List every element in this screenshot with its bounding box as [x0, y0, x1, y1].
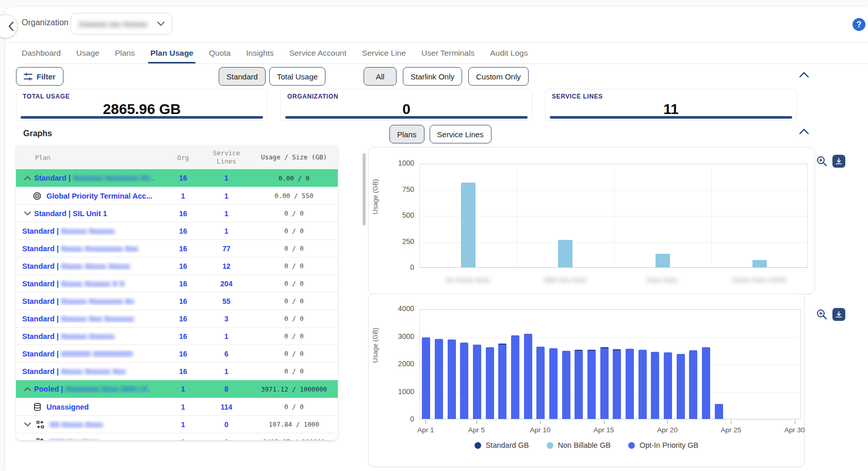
collapse-filters-icon[interactable] — [799, 70, 809, 79]
daily-bar[interactable] — [486, 347, 494, 419]
collapse-row-icon[interactable] — [21, 387, 34, 391]
org-count[interactable]: 1 — [163, 420, 203, 429]
daily-bar[interactable] — [715, 404, 723, 419]
plan-name-link[interactable]: Xxxxxx Xxxxxx — [61, 227, 114, 235]
daily-bar[interactable] — [587, 350, 596, 419]
tab-quota[interactable]: Quota — [209, 43, 231, 63]
org-count[interactable]: 1 — [163, 403, 203, 411]
service-lines-count[interactable]: 114 — [203, 403, 250, 411]
daily-bar[interactable] — [600, 347, 609, 419]
plan-name-link[interactable]: Global Priority Terminal Acc... — [46, 192, 152, 200]
daily-bar[interactable] — [536, 347, 545, 419]
service-lines-count[interactable]: 3 — [203, 315, 250, 323]
table-row[interactable]: Standard | Xxxxx Xxxxxx Xxx1610 / 0 — [16, 363, 338, 380]
tab-service-account[interactable]: Service Account — [289, 43, 347, 63]
toggle-starlink-only[interactable]: Starlink Only — [403, 67, 462, 86]
daily-bar[interactable] — [511, 335, 519, 419]
org-count[interactable]: 16 — [163, 350, 203, 358]
expand-row-icon[interactable] — [21, 440, 34, 441]
service-lines-count[interactable]: 0 — [203, 438, 250, 441]
tab-plans[interactable]: Plans — [115, 43, 135, 63]
plan-bar[interactable] — [656, 254, 670, 267]
daily-bar[interactable] — [549, 348, 558, 419]
daily-bar[interactable] — [689, 350, 697, 419]
daily-bar[interactable] — [613, 349, 621, 419]
org-count[interactable]: 16 — [163, 262, 203, 270]
tab-audit-logs[interactable]: Audit Logs — [490, 43, 528, 63]
plan-name-link[interactable]: Xxxxxx Xxxxxxxx Xx — [61, 297, 134, 305]
org-count[interactable]: 16 — [163, 245, 203, 253]
service-lines-count[interactable]: 55 — [203, 297, 250, 305]
daily-bar[interactable] — [562, 351, 570, 419]
daily-bar[interactable] — [651, 352, 659, 419]
org-count[interactable]: 16 — [163, 332, 203, 340]
tab-usage[interactable]: Usage — [76, 43, 100, 63]
plan-name-link[interactable]: Xxxxx Xxxxxx X X — [61, 280, 124, 288]
toggle-total-usage[interactable]: Total Usage — [269, 67, 325, 86]
service-lines-count[interactable]: 6 — [203, 350, 250, 358]
plan-name-link[interactable]: XXX Xxx Xxxx — [50, 438, 100, 441]
plan-name-link[interactable]: Unassigned — [46, 403, 89, 411]
table-row[interactable]: Pooled | Xxxxxxxx Xxxx XXX | X.183971.12… — [16, 380, 338, 398]
org-count[interactable]: 1 — [163, 438, 203, 441]
service-lines-count[interactable]: 8 — [203, 385, 250, 393]
daily-bar[interactable] — [448, 339, 456, 419]
org-count[interactable]: 16 — [163, 367, 203, 376]
tab-dashboard[interactable]: Dashboard — [22, 43, 61, 63]
daily-bar[interactable] — [626, 349, 634, 419]
plan-name-link[interactable]: Xxxxxx Xxx Xxxxxxx — [61, 315, 134, 323]
plan-name-link[interactable]: Xxxxxxx Xxxxxxxx Xx — [73, 174, 150, 182]
plan-name-link[interactable]: Xxxxxxxx Xxxx XXX | X — [65, 385, 147, 393]
daily-bar[interactable] — [575, 350, 583, 419]
table-row[interactable]: Standard | Xxxxxx Xxxxxxxx Xx16550 / 0 — [16, 293, 338, 310]
table-row[interactable]: XX Xxxxx Xxxx10107.84 / 1000 — [16, 416, 338, 433]
plan-bar[interactable] — [461, 183, 476, 267]
table-row[interactable]: Standard | XXXXXX XXXXXXXX1660 / 0 — [16, 345, 338, 363]
service-lines-count[interactable]: 1 — [203, 174, 250, 182]
plan-name-link[interactable]: XXXXXX XXXXXXXX — [61, 350, 133, 358]
service-lines-count[interactable]: 12 — [203, 262, 250, 270]
org-count[interactable]: 16 — [163, 209, 203, 218]
service-lines-count[interactable]: 0 — [203, 420, 250, 429]
organization-select[interactable]: Xxxxxxx xxx Xxxxxx — [71, 13, 172, 35]
table-row[interactable]: Standard | Xxxxx Xxxxx Xxxxx16120 / 0 — [16, 257, 338, 275]
table-row[interactable]: Unassigned11140 / 0 — [16, 398, 338, 416]
org-count[interactable]: 16 — [163, 227, 203, 235]
org-count[interactable]: 16 — [163, 280, 203, 288]
daily-bar[interactable] — [498, 344, 506, 419]
table-row[interactable]: XXX Xxx Xxxx102415.87 / 100000 — [16, 433, 338, 440]
tab-user-terminals[interactable]: User Terminals — [421, 43, 474, 63]
tab-plan-usage[interactable]: Plan Usage — [150, 43, 193, 63]
expand-row-icon[interactable] — [21, 212, 34, 216]
table-row[interactable]: Standard | Xxxxxx Xxx Xxxxxxx1630 / 0 — [16, 310, 338, 328]
filter-button[interactable]: Filter — [16, 67, 63, 86]
org-count[interactable]: 1 — [163, 192, 203, 200]
table-row[interactable]: Standard | Xxxxxx Xxxxxx1610 / 0 — [16, 222, 338, 240]
daily-bar[interactable] — [524, 334, 532, 419]
toggle-custom-only[interactable]: Custom Only — [468, 67, 529, 86]
table-row[interactable]: Standard | Xxxxx Xxxxxx X X162040 / 0 — [16, 275, 338, 293]
plan-name-link[interactable]: XX Xxxxx Xxxx — [50, 420, 103, 429]
table-row[interactable]: Standard | Xxxxxxx Xxxxxxxx Xx..1610.00 … — [16, 169, 338, 187]
table-scrollbar-thumb[interactable] — [363, 153, 366, 225]
service-lines-count[interactable]: 1 — [203, 332, 250, 340]
daily-bar[interactable] — [473, 345, 481, 419]
service-lines-count[interactable]: 1 — [203, 367, 250, 376]
graphs-toggle-service-lines[interactable]: Service Lines — [430, 125, 492, 143]
tab-service-line[interactable]: Service Line — [362, 43, 406, 63]
service-lines-count[interactable]: 1 — [203, 227, 250, 235]
help-icon[interactable]: ? — [853, 18, 865, 31]
service-lines-count[interactable]: 77 — [203, 245, 250, 253]
collapse-row-icon[interactable] — [21, 176, 34, 180]
plan-name-link[interactable]: SIL Unit 1 — [73, 209, 107, 218]
org-count[interactable]: 16 — [163, 297, 203, 305]
toggle-all[interactable]: All — [364, 67, 397, 86]
plan-bar[interactable] — [558, 240, 572, 267]
table-row[interactable]: Global Priority Terminal Acc...110.00 / … — [16, 187, 338, 205]
plan-name-link[interactable]: Xxxxxx Xxxxxx — [61, 332, 114, 340]
daily-bar[interactable] — [460, 343, 468, 419]
plan-name-link[interactable]: Xxxxx Xxxxx Xxxxx — [61, 262, 130, 270]
plan-name-link[interactable]: Xxxxx Xxxxxxxxx Xxx — [61, 245, 138, 253]
daily-bar[interactable] — [638, 350, 647, 419]
service-lines-count[interactable]: 204 — [203, 280, 250, 288]
